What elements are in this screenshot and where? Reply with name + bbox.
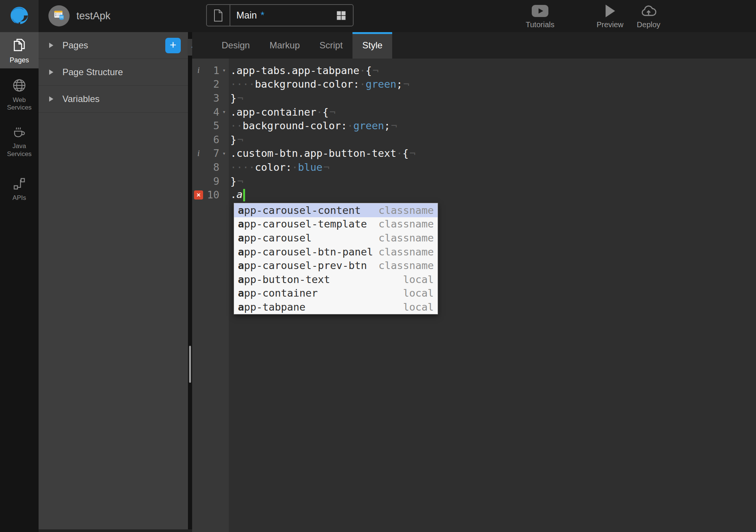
code-lines: i1▾.app-tabs.app-tabpane·{¬2····backgrou… (192, 63, 756, 202)
tutorials-button[interactable]: Tutorials (517, 3, 563, 29)
play-icon (603, 3, 617, 19)
suggestion-kind: local (403, 301, 434, 313)
rail-item-pages[interactable]: Pages (0, 32, 39, 68)
code-text: .app-tabs.app-tabpane·{¬ (229, 65, 379, 76)
deploy-label: Deploy (637, 20, 660, 29)
project-avatar[interactable] (48, 5, 70, 26)
info-gutter-icon[interactable]: i (197, 65, 200, 75)
pages-icon (11, 37, 27, 54)
autocomplete-item[interactable]: app-carousel-btn-panelclassname (234, 245, 438, 259)
collapsed-arrow-icon (49, 96, 53, 102)
code-line[interactable]: 8····color:·blue¬ (192, 160, 756, 174)
line-number: 7 (205, 147, 219, 159)
info-gutter-icon[interactable]: i (197, 148, 200, 158)
line-number: 5 (205, 120, 219, 131)
line-number: 4 (205, 106, 219, 118)
code-text: .a (229, 189, 245, 201)
preview-label: Preview (596, 20, 623, 29)
line-number: 3 (205, 92, 219, 104)
autocomplete-item[interactable]: app-button-textlocal (234, 272, 438, 286)
collapsed-arrow-icon (49, 43, 53, 48)
code-line[interactable]: 9}¬ (192, 174, 756, 188)
suggestion-kind: local (403, 287, 434, 299)
cloud-upload-icon (640, 3, 657, 19)
code-text: ····background-color:·green;¬ (229, 78, 409, 90)
tab-style[interactable]: Style (352, 32, 392, 59)
rail-label-pages: Pages (9, 56, 29, 65)
fold-arrow-icon[interactable]: ▾ (219, 67, 229, 74)
tab-script[interactable]: Script (310, 32, 352, 59)
suggestion-name: app-carousel-template (238, 218, 367, 230)
section-pages[interactable]: Pages + (39, 32, 188, 59)
tab-markup[interactable]: Markup (260, 32, 310, 59)
autocomplete-item[interactable]: app-containerlocal (234, 286, 438, 300)
wave-logo-icon (8, 5, 30, 28)
line-number: 8 (205, 161, 219, 173)
line-number: 10 (205, 189, 219, 201)
suggestion-kind: classname (379, 204, 434, 216)
logo-button[interactable] (0, 0, 39, 32)
autocomplete-item[interactable]: app-carouselclassname (234, 231, 438, 245)
code-line[interactable]: 5··background-color:·green;¬ (192, 119, 756, 133)
suggestion-kind: local (403, 274, 434, 285)
rail-item-web-services[interactable]: Web Services (0, 73, 39, 116)
error-gutter-icon[interactable]: ✕ (194, 190, 203, 200)
autocomplete-item[interactable]: app-carousel-templateclassname (234, 217, 438, 231)
api-nodes-icon (12, 176, 26, 192)
panel-editor-divider (188, 32, 192, 529)
rail-label-java-services: Java Services (0, 142, 39, 158)
code-line[interactable]: i1▾.app-tabs.app-tabpane·{¬ (192, 63, 756, 77)
coffee-cup-icon (12, 124, 27, 141)
project-table-db-icon (52, 8, 66, 23)
code-text: }¬ (229, 175, 244, 187)
editor-tab-bar: Design Markup Script Style (192, 32, 756, 59)
section-page-structure-label: Page Structure (62, 67, 123, 77)
code-line[interactable]: 2····background-color:·green;¬ (192, 77, 756, 91)
fold-arrow-icon[interactable]: ▾ (219, 150, 229, 157)
code-line[interactable]: 3}¬ (192, 91, 756, 105)
vertical-scrollbar[interactable] (189, 346, 191, 383)
add-page-button[interactable]: + (165, 38, 181, 53)
autocomplete-dropdown: app-carousel-contentclassnameapp-carouse… (234, 203, 438, 314)
autocomplete-item[interactable]: app-tabpanelocal (234, 300, 438, 314)
open-page-tab[interactable]: Main * (206, 4, 354, 26)
fold-arrow-icon[interactable]: ▾ (219, 108, 229, 115)
code-line[interactable]: 4▾.app-container·{¬ (192, 105, 756, 119)
autocomplete-item[interactable]: app-carousel-prev-btnclassname (234, 258, 438, 272)
code-text: ··background-color:·green;¬ (229, 120, 397, 131)
suggestion-name: app-container (238, 287, 318, 299)
rail-item-apis[interactable]: APIs (0, 172, 39, 206)
line-number: 6 (205, 134, 219, 145)
code-line[interactable]: i7▾.custom-btn.app-button-text·{¬ (192, 147, 756, 161)
autocomplete-item[interactable]: app-carousel-contentclassname (234, 203, 438, 217)
suggestion-kind: classname (379, 218, 434, 230)
pages-grid-icon[interactable] (335, 5, 353, 26)
code-line[interactable]: 6}¬ (192, 133, 756, 147)
section-page-structure[interactable]: Page Structure (39, 59, 188, 86)
section-pages-label: Pages (62, 40, 88, 51)
section-variables[interactable]: Variables (39, 86, 188, 113)
code-text: ····color:·blue¬ (229, 161, 329, 173)
line-number: 2 (205, 78, 219, 90)
suggestion-kind: classname (379, 260, 434, 271)
suggestion-name: app-carousel (238, 232, 312, 244)
code-line[interactable]: ✕10.a (192, 188, 756, 202)
tutorials-label: Tutorials (526, 20, 554, 29)
line-number: 9 (205, 175, 219, 187)
page-file-icon[interactable] (207, 5, 230, 26)
rail-label-apis: APIs (12, 194, 26, 202)
suggestion-kind: classname (379, 232, 434, 244)
rail-item-java-services[interactable]: Java Services (0, 119, 39, 162)
globe-icon (12, 78, 27, 94)
youtube-icon (531, 3, 550, 19)
suggestion-kind: classname (379, 246, 434, 258)
top-bar: testApk Main * (0, 0, 756, 32)
deploy-button[interactable]: Deploy (626, 3, 671, 29)
unsaved-marker: * (261, 10, 264, 21)
left-icon-rail: Pages Web Services Java Services (0, 32, 39, 532)
tab-design[interactable]: Design (212, 32, 260, 59)
wavemaker-studio: testApk Main * (0, 0, 756, 532)
suggestion-name: app-tabpane (238, 301, 306, 313)
rail-label-web-services: Web Services (0, 96, 39, 112)
text-cursor (243, 189, 245, 201)
